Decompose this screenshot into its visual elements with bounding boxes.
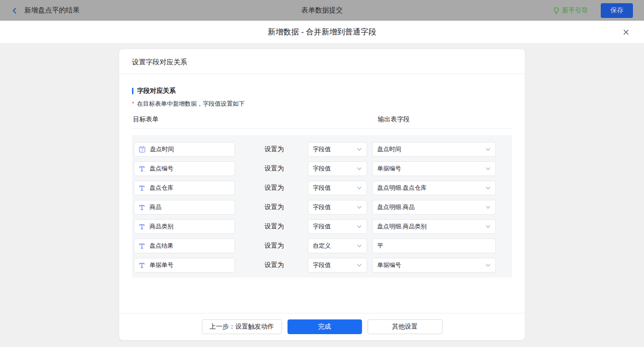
value-input[interactable]: 平 <box>372 239 496 253</box>
target-field-label: 商品 <box>150 203 161 211</box>
svg-text:7: 7 <box>141 148 143 152</box>
card-footer: 上一步：设置触发动作 完成 其他设置 <box>119 313 525 340</box>
back-label: 新增盘点平的结果 <box>24 6 80 15</box>
mode-select[interactable]: 字段值 <box>308 161 367 176</box>
column-target-form: 目标表单 <box>133 115 159 124</box>
value-select-value: 盘点明细.商品 <box>377 203 415 211</box>
lightbulb-icon <box>553 7 560 14</box>
back-button[interactable]: 新增盘点平的结果 <box>11 6 80 15</box>
value-select[interactable]: 单据编号 <box>372 161 496 176</box>
mapping-row: 7 盘点时间 设置为 字段值 盘点时间 <box>134 142 512 157</box>
beginner-guide-link[interactable]: 新手引导 <box>553 6 588 15</box>
text-field-icon <box>138 243 145 250</box>
value-select-value: 盘点明细.盘点仓库 <box>377 184 427 192</box>
beginner-guide-label: 新手引导 <box>562 6 588 15</box>
modal-body: 设置字段对应关系 字段对应关系 * 在目标表单中新增数据，字段值设置如下 目标表… <box>0 49 644 347</box>
mode-select[interactable]: 字段值 <box>308 219 367 234</box>
calendar-icon: 7 <box>138 146 146 153</box>
mapping-row: 单据单号 设置为 字段值 单据编号 <box>134 258 512 273</box>
value-select-value: 单据编号 <box>377 261 401 269</box>
section-accent-bar <box>132 88 133 94</box>
target-field-box[interactable]: 盘点结果 <box>134 239 235 253</box>
target-field-box[interactable]: 单据单号 <box>134 258 235 273</box>
section-title: 字段对应关系 <box>132 87 512 95</box>
chevron-down-icon <box>485 166 491 171</box>
topbar: 新增盘点平的结果 表单数据提交 新手引导 保存 <box>0 0 644 21</box>
chevron-down-icon <box>356 166 362 171</box>
mode-select[interactable]: 字段值 <box>308 181 367 195</box>
target-field-box[interactable]: 盘点仓库 <box>134 181 235 195</box>
mode-select[interactable]: 自定义 <box>308 239 367 253</box>
mapping-row: 盘点编号 设置为 字段值 单据编号 <box>134 161 512 176</box>
text-field-icon <box>138 165 145 172</box>
page-title: 表单数据提交 <box>301 6 343 15</box>
value-select[interactable]: 盘点明细.商品类别 <box>372 219 496 234</box>
chevron-down-icon <box>485 205 491 210</box>
value-select-value: 单据编号 <box>377 165 401 173</box>
mode-select-value: 字段值 <box>313 184 331 192</box>
mode-select-value: 字段值 <box>313 203 331 211</box>
chevron-down-icon <box>356 243 362 249</box>
target-field-box[interactable]: 商品类别 <box>134 219 235 234</box>
mapping-row: 盘点仓库 设置为 字段值 盘点明细.盘点仓库 <box>134 181 512 195</box>
mode-select[interactable]: 字段值 <box>308 142 367 157</box>
chevron-down-icon <box>485 147 491 152</box>
card-header: 设置字段对应关系 <box>119 49 525 74</box>
mode-select-value: 字段值 <box>313 261 331 269</box>
mode-select[interactable]: 字段值 <box>308 200 367 215</box>
close-icon <box>622 31 630 38</box>
mode-select[interactable]: 字段值 <box>308 258 367 273</box>
hint-text: 在目标表单中新增数据，字段值设置如下 <box>137 100 245 108</box>
other-settings-button[interactable]: 其他设置 <box>368 319 443 334</box>
chevron-left-icon <box>11 7 18 14</box>
modal-title: 新增数据 - 合并新增到普通字段 <box>268 27 376 37</box>
rows-panel: 7 盘点时间 设置为 字段值 盘点时间 <box>132 135 512 278</box>
section-hint: * 在目标表单中新增数据，字段值设置如下 <box>132 100 512 108</box>
text-field-icon <box>138 204 145 211</box>
text-field-icon <box>138 262 145 269</box>
target-field-box[interactable]: 商品 <box>134 200 235 215</box>
text-field-icon <box>138 185 145 192</box>
mode-select-value: 字段值 <box>313 145 331 154</box>
mapping-row: 商品类别 设置为 字段值 盘点明细.商品类别 <box>134 219 512 234</box>
target-field-label: 单据单号 <box>150 261 173 269</box>
section-label: 字段对应关系 <box>137 87 176 95</box>
chevron-down-icon <box>356 147 362 152</box>
value-select[interactable]: 盘点明细.盘点仓库 <box>372 181 496 195</box>
target-field-label: 盘点结果 <box>150 242 173 250</box>
target-field-label: 盘点编号 <box>150 165 173 173</box>
mapping-row: 盘点结果 设置为 自定义 平 <box>134 239 512 253</box>
set-as-label: 设置为 <box>264 184 290 192</box>
target-field-box[interactable]: 7 盘点时间 <box>134 142 235 157</box>
target-field-label: 盘点时间 <box>150 145 174 154</box>
required-asterisk: * <box>132 101 134 107</box>
chevron-down-icon <box>356 262 362 268</box>
column-output-fields: 输出表字段 <box>378 115 410 124</box>
value-select[interactable]: 单据编号 <box>372 258 496 273</box>
target-field-label: 商品类别 <box>150 222 173 231</box>
chevron-down-icon <box>485 262 491 268</box>
card-content: 字段对应关系 * 在目标表单中新增数据，字段值设置如下 目标表单 输出表字段 7 <box>119 74 525 313</box>
set-as-label: 设置为 <box>264 261 290 269</box>
mapping-card: 设置字段对应关系 字段对应关系 * 在目标表单中新增数据，字段值设置如下 目标表… <box>119 49 525 340</box>
set-as-label: 设置为 <box>264 145 290 154</box>
value-select-value: 盘点明细.商品类别 <box>377 222 427 231</box>
chevron-down-icon <box>356 205 362 210</box>
value-select-value: 盘点时间 <box>377 145 401 154</box>
chevron-down-icon <box>485 185 491 191</box>
target-field-label: 盘点仓库 <box>150 184 173 192</box>
save-button[interactable]: 保存 <box>601 3 633 18</box>
set-as-label: 设置为 <box>264 165 290 173</box>
text-field-icon <box>138 223 145 230</box>
done-button[interactable]: 完成 <box>288 319 362 334</box>
mode-select-value: 字段值 <box>313 165 331 173</box>
previous-step-button[interactable]: 上一步：设置触发动作 <box>202 319 282 334</box>
value-select[interactable]: 盘点时间 <box>372 142 496 157</box>
target-field-box[interactable]: 盘点编号 <box>134 161 235 176</box>
set-as-label: 设置为 <box>264 242 290 250</box>
chevron-down-icon <box>356 224 362 229</box>
close-button[interactable] <box>620 26 632 38</box>
chevron-down-icon <box>485 224 491 229</box>
value-select[interactable]: 盘点明细.商品 <box>372 200 496 215</box>
set-as-label: 设置为 <box>264 222 290 231</box>
